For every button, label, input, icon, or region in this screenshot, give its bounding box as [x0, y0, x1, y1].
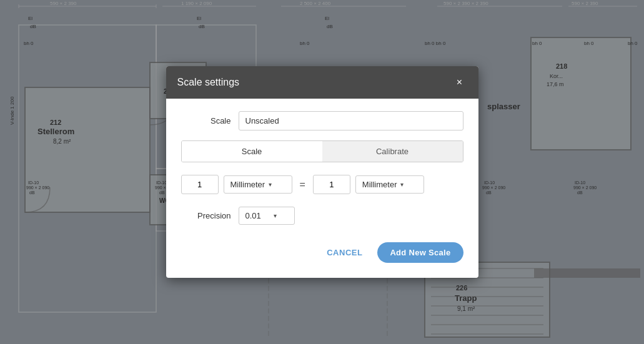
precision-label: Precision: [181, 211, 231, 220]
close-button[interactable]: ×: [452, 75, 467, 90]
modal-body: Scale Scale Calibrate Millimeter ▾ = Mil…: [166, 99, 478, 278]
scale-input[interactable]: [239, 111, 463, 130]
scale-row: Scale: [181, 111, 463, 130]
add-new-scale-button[interactable]: Add New Scale: [377, 242, 463, 263]
equals-sign: =: [297, 179, 308, 190]
left-value-input[interactable]: [181, 175, 219, 194]
modal-header: Scale settings ×: [166, 66, 478, 99]
left-unit-select[interactable]: Millimeter ▾: [224, 175, 292, 194]
modal-footer: CANCEL Add New Scale: [181, 242, 463, 263]
right-unit-select[interactable]: Millimeter ▾: [355, 175, 424, 194]
tabs-row: Scale Calibrate: [181, 140, 463, 162]
right-value-input[interactable]: [313, 175, 350, 194]
cancel-button[interactable]: CANCEL: [318, 243, 371, 262]
precision-chevron-icon: ▾: [274, 212, 277, 219]
scale-label: Scale: [181, 116, 231, 125]
tab-scale[interactable]: Scale: [182, 141, 322, 162]
conversion-row: Millimeter ▾ = Millimeter ▾: [181, 175, 463, 194]
precision-select[interactable]: 0.01 ▾: [239, 207, 295, 225]
tab-calibrate[interactable]: Calibrate: [322, 141, 463, 162]
right-unit-chevron-icon: ▾: [400, 181, 404, 188]
scale-settings-modal: Scale settings × Scale Scale Calibrate M…: [166, 66, 478, 278]
modal-title: Scale settings: [177, 77, 240, 88]
modal-overlay: Scale settings × Scale Scale Calibrate M…: [0, 0, 644, 344]
left-unit-chevron-icon: ▾: [269, 181, 272, 188]
precision-row: Precision 0.01 ▾: [181, 207, 463, 225]
